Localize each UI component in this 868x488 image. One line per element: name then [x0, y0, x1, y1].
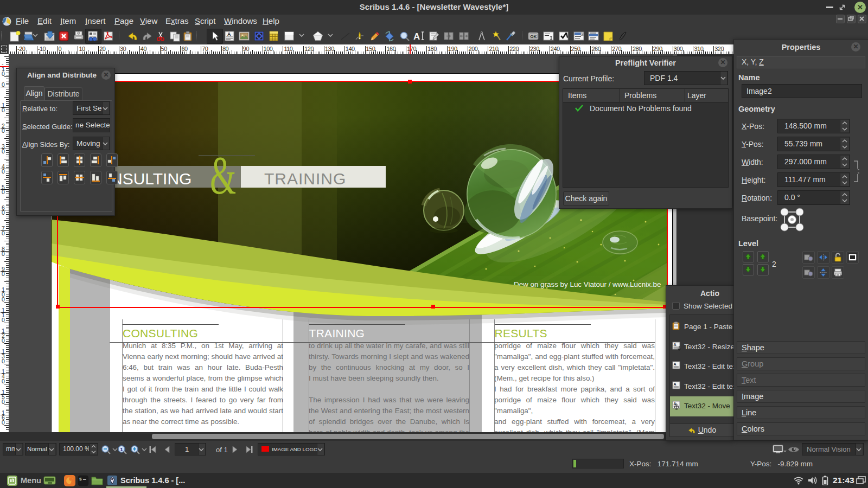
svg-text:A: A: [674, 402, 676, 406]
svg-text:A: A: [674, 362, 676, 366]
svg-text:1: 1: [120, 447, 123, 452]
svg-text:A: A: [674, 382, 676, 386]
svg-text:A: A: [227, 31, 231, 37]
svg-text:OK: OK: [530, 34, 537, 39]
svg-text:$: $: [79, 477, 82, 481]
svg-text:A: A: [413, 31, 420, 42]
svg-text:A: A: [674, 343, 676, 346]
